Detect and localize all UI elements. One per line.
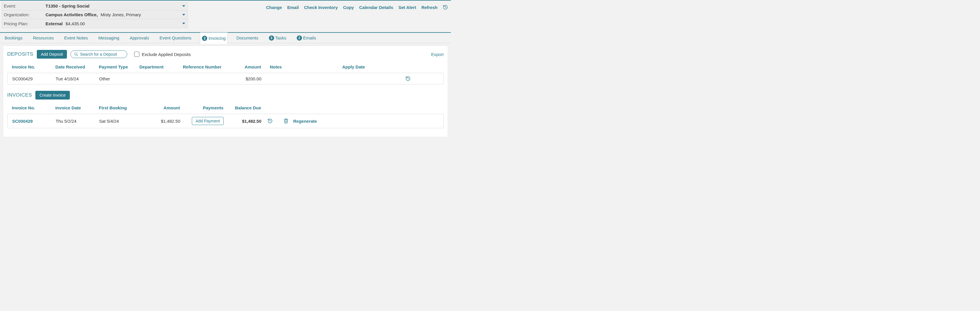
svg-line-1 [77, 55, 78, 56]
exclude-applied-checkbox[interactable]: Exclude Applied Deposits [134, 52, 191, 57]
col-amount: Amount [229, 64, 261, 69]
calendar-details-link[interactable]: Calendar Details [359, 5, 393, 10]
invoicing-panel: DEPOSITS Add Deposit Exclude Applied Dep… [3, 46, 448, 137]
refresh-link[interactable]: Refresh [421, 5, 438, 10]
deposit-payment-type: Other [99, 76, 140, 81]
add-deposit-button[interactable]: Add Deposit [37, 50, 67, 59]
invoice-date: Thu 5/2/24 [56, 119, 99, 124]
col-notes: Notes [261, 64, 342, 69]
tab-documents[interactable]: Documents [235, 32, 260, 43]
set-alert-link[interactable]: Set Alert [398, 5, 416, 10]
col-balance-due: Balance Due [223, 105, 261, 110]
deposits-title: DEPOSITS [7, 51, 33, 57]
copy-link[interactable]: Copy [343, 5, 354, 10]
col-amount: Amount [145, 105, 180, 110]
add-payment-button[interactable]: Add Payment [192, 117, 224, 125]
invoice-row[interactable]: SC000429 Thu 5/2/24 Sat 5/4/24 $1,482.50… [7, 114, 444, 128]
tab-emails[interactable]: 2 Emails [295, 32, 318, 43]
plan-label: Pricing Plan: [2, 21, 46, 26]
col-reference-number: Reference Number [183, 64, 229, 69]
deposits-table-header: Invoice No. Date Received Payment Type D… [7, 62, 444, 72]
trash-icon[interactable] [283, 118, 289, 124]
create-invoice-button[interactable]: Create Invoice [35, 91, 70, 99]
check-inventory-link[interactable]: Check Inventory [304, 5, 338, 10]
regenerate-link[interactable]: Regenerate [293, 119, 328, 124]
export-link[interactable]: Export [431, 52, 444, 57]
invoice-first-booking: Sat 5/4/24 [99, 119, 145, 124]
col-date-received: Date Received [55, 64, 99, 69]
exclude-applied-label: Exclude Applied Deposits [142, 52, 191, 57]
org-contact: Misty Jones, Primary [100, 12, 141, 17]
tab-tasks[interactable]: 3 Tasks [267, 32, 288, 43]
tab-invoicing-label: Invoicing [208, 36, 226, 41]
col-invoice-date: Invoice Date [55, 105, 99, 110]
history-icon[interactable] [443, 5, 448, 10]
plan-select-row[interactable]: Pricing Plan: External $4,435.00 [2, 19, 188, 28]
emails-badge: 2 [297, 35, 302, 41]
history-icon[interactable] [267, 118, 273, 124]
invoicing-badge: 2 [202, 36, 207, 41]
col-apply-date: Apply Date [342, 64, 377, 69]
col-invoice-no: Invoice No. [12, 105, 55, 110]
tab-event-notes[interactable]: Event Notes [62, 32, 89, 43]
tab-resources[interactable]: Resources [31, 32, 56, 43]
chevron-down-icon [182, 14, 185, 16]
deposit-row[interactable]: SC000429 Tue 4/16/24 Other $200.00 [7, 73, 444, 85]
tab-bar: Bookings Resources Event Notes Messaging… [0, 32, 451, 43]
deposit-date-received: Tue 4/16/24 [56, 76, 99, 81]
change-link[interactable]: Change [266, 5, 282, 10]
search-icon [74, 52, 78, 56]
event-info-block: Event: T1350 - Spring Social Organizatio… [2, 2, 188, 28]
col-invoice-no: Invoice No. [12, 64, 55, 69]
deposit-search-input[interactable] [80, 52, 123, 57]
tab-messaging[interactable]: Messaging [97, 32, 121, 43]
invoice-number-link[interactable]: SC000429 [12, 119, 56, 124]
chevron-down-icon [182, 22, 185, 24]
tab-emails-label: Emails [303, 35, 316, 40]
tab-invoicing[interactable]: 2 Invoicing [200, 32, 228, 44]
invoice-amount: $1,482.50 [145, 119, 180, 124]
invoices-table-header: Invoice No. Invoice Date First Booking A… [7, 102, 444, 113]
chevron-down-icon [182, 5, 185, 7]
org-select-row[interactable]: Organization: Campus Activities Office, … [2, 10, 188, 19]
deposit-invoice-no: SC000429 [12, 76, 56, 81]
event-select-row[interactable]: Event: T1350 - Spring Social [2, 2, 188, 10]
tab-tasks-label: Tasks [275, 35, 286, 40]
tasks-badge: 3 [269, 35, 274, 41]
email-link[interactable]: Email [287, 5, 299, 10]
header-actions: Change Email Check Inventory Copy Calend… [266, 2, 448, 10]
checkbox-icon [134, 52, 139, 57]
org-label: Organization: [2, 12, 46, 17]
event-label: Event: [2, 3, 46, 8]
tab-approvals[interactable]: Approvals [128, 32, 151, 43]
plan-amount: $4,435.00 [65, 21, 85, 26]
col-department: Department [139, 64, 183, 69]
deposit-search[interactable] [70, 51, 127, 58]
plan-name: External [46, 21, 63, 26]
invoice-balance-due: $1,482.50 [224, 119, 261, 124]
deposit-amount: $200.00 [229, 76, 261, 81]
col-payment-type: Payment Type [99, 64, 139, 69]
tab-bookings[interactable]: Bookings [3, 32, 24, 43]
tab-event-questions[interactable]: Event Questions [158, 32, 193, 43]
col-payments: Payments [180, 105, 223, 110]
event-value: T1350 - Spring Social [46, 3, 89, 8]
invoices-title: INVOICES [7, 92, 32, 98]
org-name: Campus Activities Office, [46, 12, 98, 17]
history-icon[interactable] [406, 76, 410, 81]
col-first-booking: First Booking [99, 105, 145, 110]
